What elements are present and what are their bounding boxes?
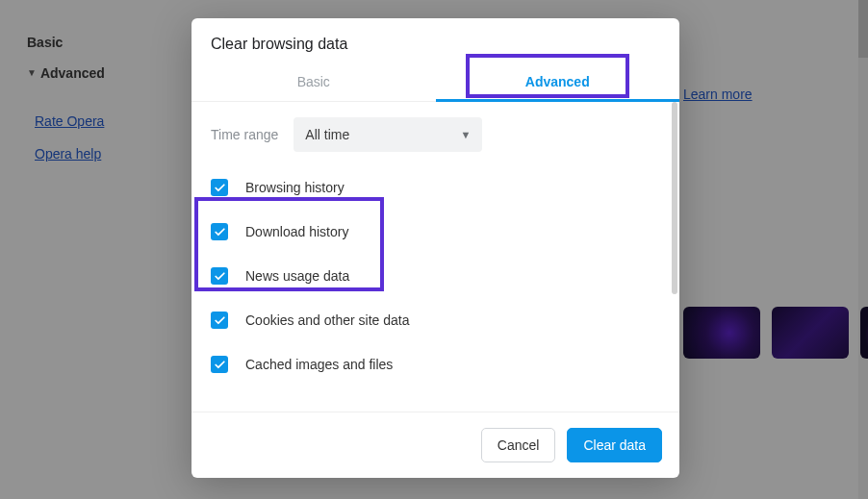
checkbox-checked-icon[interactable]	[211, 179, 228, 196]
option-browsing-history[interactable]: Browsing history	[211, 165, 660, 210]
dialog-scrollbar[interactable]	[672, 102, 677, 294]
checkbox-checked-icon[interactable]	[211, 223, 228, 240]
option-label: Cached images and files	[245, 357, 393, 372]
clear-data-button[interactable]: Clear data	[567, 428, 662, 462]
chevron-down-icon: ▼	[460, 129, 471, 140]
dialog-title: Clear browsing data	[191, 18, 679, 64]
time-range-value: All time	[305, 127, 349, 142]
clear-options-list: Browsing history Download history News u…	[211, 165, 660, 387]
time-range-select[interactable]: All time ▼	[294, 117, 482, 152]
checkbox-checked-icon[interactable]	[211, 356, 228, 373]
checkbox-checked-icon[interactable]	[211, 312, 228, 329]
time-range-label: Time range	[211, 127, 278, 142]
option-label: Browsing history	[245, 180, 345, 195]
option-label: Cookies and other site data	[245, 312, 409, 328]
option-label: News usage data	[245, 268, 349, 284]
option-label: Download history	[245, 224, 348, 239]
option-cookies[interactable]: Cookies and other site data	[211, 298, 660, 342]
tab-advanced[interactable]: Advanced	[436, 64, 680, 102]
dialog-body: Time range All time ▼ Browsing history D…	[191, 102, 679, 412]
dialog-tabs: Basic Advanced	[191, 64, 679, 102]
time-range-row: Time range All time ▼	[211, 117, 660, 152]
checkbox-checked-icon[interactable]	[211, 267, 228, 285]
dialog-footer: Cancel Clear data	[191, 412, 679, 478]
option-news-usage[interactable]: News usage data	[211, 254, 660, 298]
option-cached[interactable]: Cached images and files	[211, 342, 660, 387]
option-download-history[interactable]: Download history	[211, 210, 660, 254]
clear-browsing-data-dialog: Clear browsing data Basic Advanced Time …	[191, 18, 679, 478]
cancel-button[interactable]: Cancel	[481, 428, 556, 462]
tab-basic[interactable]: Basic	[191, 64, 436, 101]
